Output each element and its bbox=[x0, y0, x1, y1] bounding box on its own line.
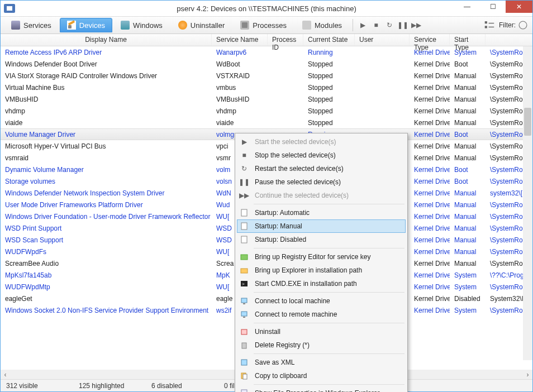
vertical-scrollbar[interactable] bbox=[523, 46, 532, 360]
tab-windows[interactable]: Windows bbox=[113, 18, 170, 32]
tab-label: Modules bbox=[315, 21, 342, 30]
doc-icon bbox=[239, 221, 249, 231]
menu-separator bbox=[254, 384, 404, 385]
scroll-right-icon[interactable]: › bbox=[523, 370, 532, 379]
col-current-state[interactable]: Current State bbox=[303, 34, 355, 46]
stop-icon: ■ bbox=[239, 150, 249, 160]
table-row[interactable]: Windows Defender Boot DriverWdBootStoppe… bbox=[1, 58, 532, 70]
status-visible: 312 visible bbox=[6, 382, 56, 390]
cell: Kernel Driver bbox=[410, 283, 450, 291]
menu-item[interactable]: Startup: Automatic bbox=[237, 206, 406, 219]
menu-item-label: Show File Properties in Windows Explorer bbox=[255, 389, 379, 392]
table-row[interactable]: vhdmpvhdmpStoppedKernel DriverManual\Sys… bbox=[1, 105, 532, 117]
menu-item[interactable]: Delete Registry (*) bbox=[237, 338, 406, 352]
cell: Kernel Driver bbox=[410, 131, 450, 138]
tab-processes[interactable]: Processes bbox=[233, 18, 294, 32]
cell: Kernel Driver bbox=[410, 236, 450, 244]
cell: System bbox=[450, 271, 486, 279]
tab-uninstaller[interactable]: Uninstaller bbox=[171, 18, 232, 32]
col-service-name[interactable]: Service Name bbox=[212, 34, 268, 46]
filter-icon[interactable] bbox=[517, 19, 529, 31]
table-row[interactable]: VIA StorX Storage RAID Controller Window… bbox=[1, 70, 532, 82]
settings-icon[interactable] bbox=[483, 19, 496, 31]
menu-item-label: Bring up Registry Editor for service key bbox=[255, 253, 370, 261]
menu-item[interactable]: ❚❚Pause the selected device(s) bbox=[237, 175, 406, 189]
close-button[interactable]: ✕ bbox=[506, 1, 532, 13]
cell: Stopped bbox=[303, 107, 355, 115]
status-highlighted: 125 highlighted bbox=[79, 382, 129, 390]
menu-item[interactable]: Connect to remote machine bbox=[237, 308, 406, 321]
col-start-type[interactable]: Start Type bbox=[450, 34, 486, 46]
cell: WUDFWpdFs bbox=[1, 248, 212, 256]
cell: WSD Print Support bbox=[1, 224, 212, 232]
uninstaller-icon bbox=[178, 21, 187, 30]
cell: Manual bbox=[450, 142, 486, 150]
svg-rect-16 bbox=[241, 329, 247, 334]
svg-rect-13 bbox=[243, 303, 245, 304]
cell: Running bbox=[303, 49, 355, 56]
play-icon: ▶ bbox=[239, 137, 249, 147]
menu-item-label: Copy to clipboard bbox=[255, 372, 307, 380]
menu-item[interactable]: Bring up Explorer in installation path bbox=[237, 264, 406, 277]
menu-item[interactable]: ↻Restart the selected device(s) bbox=[237, 162, 406, 175]
col-process-id[interactable]: Process ID bbox=[268, 34, 303, 46]
menu-item[interactable]: ■Stop the selected device(s) bbox=[237, 149, 406, 162]
cell: Dynamic Volume Manager bbox=[1, 166, 212, 174]
menu-separator bbox=[254, 204, 404, 204]
cell: vmbus bbox=[212, 84, 268, 92]
cell: Manual bbox=[450, 201, 486, 209]
cell: Wanarpv6 bbox=[212, 49, 268, 56]
restart-icon[interactable]: ↻ bbox=[383, 19, 396, 31]
table-row[interactable]: Remote Access IPv6 ARP DriverWanarpv6Run… bbox=[1, 46, 532, 58]
stop-icon[interactable]: ■ bbox=[370, 19, 382, 31]
menu-item[interactable]: Save as XML bbox=[237, 356, 406, 369]
menu-separator bbox=[254, 323, 404, 323]
tab-devices[interactable]: Devices bbox=[60, 18, 112, 32]
play-icon[interactable]: ▶ bbox=[356, 19, 369, 31]
table-row[interactable]: VMBusHIDVMBusHIDStoppedKernel DriverManu… bbox=[1, 93, 532, 105]
menu-item[interactable]: >Start CMD.EXE in installation path bbox=[237, 277, 406, 290]
menu-item[interactable]: Uninstall bbox=[237, 325, 406, 338]
services-icon bbox=[11, 21, 20, 30]
cell: ScreamBee Audio bbox=[1, 260, 212, 267]
cell: Volume Manager Driver bbox=[1, 131, 212, 138]
menu-item-label: Pause the selected device(s) bbox=[255, 178, 341, 186]
col-user[interactable]: User bbox=[355, 34, 410, 46]
folder-icon bbox=[239, 265, 249, 275]
restart-icon: ↻ bbox=[239, 164, 249, 174]
menu-item[interactable]: Startup: Disabled bbox=[237, 233, 406, 246]
cell: Manual bbox=[450, 154, 486, 162]
toolbar: ServicesDevicesWindowsUninstallerProcess… bbox=[1, 16, 532, 34]
svg-rect-3 bbox=[489, 27, 494, 27]
menu-item[interactable]: Connect to local machine bbox=[237, 294, 406, 308]
menu-item-label: Save as XML bbox=[255, 358, 294, 366]
menu-item[interactable]: Startup: Manual bbox=[237, 219, 406, 233]
menu-item[interactable]: Bring up Registry Editor for service key bbox=[237, 250, 406, 264]
cell: VIA StorX Storage RAID Controller Window… bbox=[1, 72, 212, 80]
cell: eagleGet bbox=[1, 295, 212, 303]
cell: Manual bbox=[450, 95, 486, 103]
cell: vhdmp bbox=[1, 107, 212, 115]
maximize-button[interactable]: ☐ bbox=[480, 1, 506, 13]
forward-icon[interactable]: ▶▶ bbox=[410, 19, 422, 31]
svg-rect-5 bbox=[241, 209, 247, 216]
menu-item-label: Delete Registry (*) bbox=[255, 341, 310, 349]
menu-item[interactable]: Show File Properties in Windows Explorer bbox=[237, 386, 406, 392]
tab-services[interactable]: Services bbox=[4, 18, 59, 32]
col-path[interactable] bbox=[486, 34, 532, 46]
col-display-name[interactable]: Display Name bbox=[1, 34, 212, 46]
tab-modules[interactable]: Modules bbox=[295, 18, 349, 32]
cell: Windows Defender Network Inspection Syst… bbox=[1, 189, 212, 197]
cell: Kernel Driver bbox=[410, 107, 450, 115]
col-service-type[interactable]: Service Type bbox=[410, 34, 450, 46]
minimize-button[interactable]: — bbox=[454, 1, 480, 13]
pause-icon[interactable]: ❚❚ bbox=[397, 19, 409, 31]
scroll-left-icon[interactable]: ‹ bbox=[1, 370, 10, 379]
cell: Kernel Driver bbox=[410, 60, 450, 68]
menu-item[interactable]: Copy to clipboard bbox=[237, 369, 406, 383]
scrollbar-thumb[interactable] bbox=[524, 108, 531, 136]
table-row[interactable]: Virtual Machine BusvmbusStoppedKernel Dr… bbox=[1, 82, 532, 93]
svg-rect-20 bbox=[243, 374, 247, 379]
status-disabled: 6 disabled bbox=[151, 382, 202, 390]
table-row[interactable]: viaideviaideStoppedKernel DriverManual\S… bbox=[1, 117, 532, 128]
